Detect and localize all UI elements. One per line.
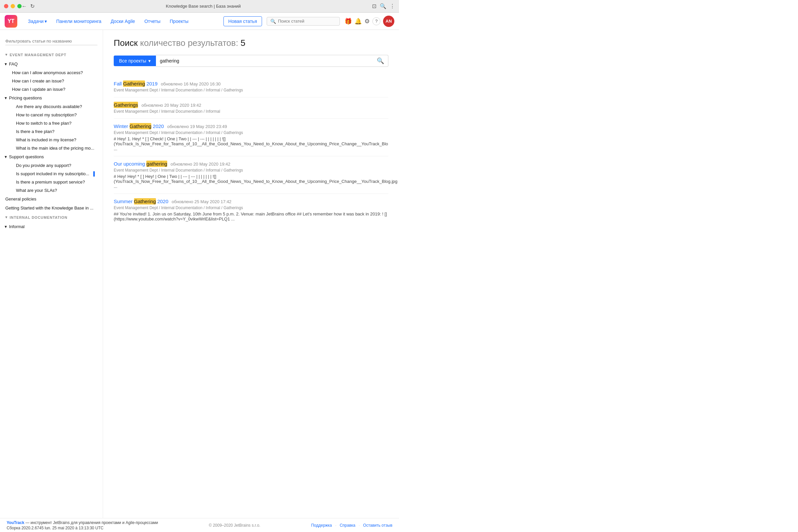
- sidebar-section-internal-docs[interactable]: ▾ Internal Documentation: [0, 212, 103, 222]
- highlight-text: gathering: [146, 160, 167, 167]
- screenshot-icon[interactable]: ⊡: [372, 3, 376, 9]
- settings-icon[interactable]: ⚙: [364, 18, 370, 25]
- result-updated-4: обновлено 25 May 2020 17:42: [172, 199, 231, 204]
- result-updated-1: обновлено 20 May 2020 19:42: [141, 103, 201, 108]
- project-filter-button[interactable]: Все проекты ▾: [114, 56, 156, 66]
- sidebar-item-free-plan[interactable]: Is there a free plan?: [0, 127, 103, 136]
- nav-dashboards[interactable]: Панели мониторинга: [52, 17, 106, 26]
- result-title-3[interactable]: Our upcoming gathering: [114, 160, 167, 167]
- result-updated-0: обновлено 16 May 2020 16:30: [161, 81, 221, 87]
- main-content: Поиск количество результатов: 5 Все прое…: [103, 30, 399, 518]
- nav-reports[interactable]: Отчеты: [140, 17, 165, 26]
- results-count: 5: [241, 38, 245, 48]
- sidebar-item-premium-support[interactable]: Is there a premium support service?: [0, 178, 103, 186]
- results-list: Fall Gathering 2019обновлено 16 May 2020…: [114, 76, 388, 226]
- footer-tagline: YouTrack — инструмент JetBrains для упра…: [7, 520, 158, 525]
- chevron-down-icon: ▾: [5, 154, 7, 159]
- nav-links: Задачи ▾ Панели мониторинга Доски Agile …: [23, 17, 224, 26]
- highlight-text: Gathering: [134, 198, 156, 205]
- search-input[interactable]: [160, 58, 377, 63]
- sidebar-item-update-issue[interactable]: How can I update an issue?: [0, 85, 103, 93]
- sidebar-item-license[interactable]: What is included in my license?: [0, 136, 103, 144]
- nav-agile[interactable]: Доски Agile: [106, 17, 140, 26]
- window-controls: [4, 4, 22, 8]
- titlebar-nav: ← ↻: [22, 3, 35, 9]
- result-updated-3: обновлено 20 May 2020 19:42: [171, 162, 230, 167]
- chevron-down-icon: ▾: [5, 215, 8, 220]
- chevron-down-icon: ▾: [44, 19, 47, 24]
- sidebar-item-general-policies[interactable]: General policies: [0, 194, 103, 204]
- result-title-0[interactable]: Fall Gathering 2019: [114, 80, 158, 87]
- topnav: YT Задачи ▾ Панели мониторинга Доски Agi…: [0, 13, 399, 30]
- chevron-down-icon: ▾: [5, 53, 8, 57]
- back-button[interactable]: ←: [22, 3, 27, 9]
- more-menu-icon[interactable]: ⋮: [390, 3, 395, 9]
- close-button[interactable]: [4, 4, 8, 8]
- titlebar-actions: ⊡ 🔍 ⋮: [372, 3, 395, 9]
- highlight-text: Gatherings: [114, 102, 138, 108]
- result-breadcrumb-3: Event Management Dept / Internal Documen…: [114, 168, 388, 173]
- sidebar-item-support[interactable]: ▾ Support questions: [0, 152, 103, 161]
- result-breadcrumb-4: Event Management Dept / Internal Documen…: [114, 206, 388, 210]
- result-title-4[interactable]: Summer Gathering 2020: [114, 198, 168, 205]
- result-title-2[interactable]: Winter Gathering 2020: [114, 123, 164, 129]
- sidebar-item-anon-access[interactable]: How can I allow anonymous access?: [0, 69, 103, 77]
- footer-links: Поддержка · Справка · Оставить отзыв: [311, 523, 392, 528]
- minimize-button[interactable]: [11, 4, 15, 8]
- result-title-1[interactable]: Gatherings: [114, 102, 138, 108]
- chevron-down-icon: ▾: [5, 95, 7, 100]
- sidebar-filter-input[interactable]: [5, 37, 97, 45]
- new-article-button[interactable]: Новая статья: [224, 16, 262, 26]
- article-search-input[interactable]: [278, 19, 336, 24]
- gift-icon[interactable]: 🎁: [344, 18, 352, 25]
- avatar[interactable]: AN: [383, 16, 394, 27]
- article-search-box: 🔍: [267, 17, 340, 25]
- footer-left: YouTrack — инструмент JetBrains для упра…: [7, 520, 158, 530]
- footer: YouTrack — инструмент JetBrains для упра…: [0, 518, 399, 532]
- notification-icon[interactable]: 🔔: [355, 18, 362, 25]
- sidebar-item-support-included[interactable]: Is support included in my subscriptio...…: [0, 170, 103, 178]
- nav-tasks[interactable]: Задачи ▾: [23, 17, 52, 26]
- footer-copyright: © 2009–2020 JetBrains s.r.o.: [209, 523, 260, 528]
- highlight-text: Gathering: [123, 80, 145, 87]
- sidebar-item-create-issue[interactable]: How can I create an issue?: [0, 77, 103, 85]
- maximize-button[interactable]: [17, 4, 22, 8]
- footer-help-link[interactable]: Справка: [340, 523, 356, 528]
- result-snippet-3: # Hey! Hey! * [ ] Hey! | One | Two | | -…: [114, 174, 388, 189]
- sidebar-item-pricing[interactable]: ▾ Pricing questions: [0, 93, 103, 102]
- sidebar-item-slas[interactable]: What are your SLAs?: [0, 186, 103, 194]
- nav-projects[interactable]: Проекты: [165, 17, 193, 26]
- sidebar-item-provide-support[interactable]: Do you provide any support?: [0, 161, 103, 170]
- footer-support-link[interactable]: Поддержка: [311, 523, 332, 528]
- sidebar-item-informal[interactable]: ▾ Informal: [0, 222, 103, 231]
- result-item-4: Summer Gathering 2020обновлено 25 May 20…: [114, 194, 388, 226]
- search-input-area: 🔍: [156, 55, 388, 67]
- logo[interactable]: YT: [5, 15, 17, 27]
- search-submit-button[interactable]: 🔍: [377, 57, 384, 64]
- sidebar-item-faq[interactable]: ▾ FAQ: [0, 59, 103, 69]
- sidebar-item-pricing-model[interactable]: What is the main idea of the pricing mo.…: [0, 144, 103, 152]
- result-breadcrumb-2: Event Management Dept / Internal Documen…: [114, 130, 388, 135]
- active-indicator: ▐: [92, 171, 95, 176]
- sidebar-item-discounts[interactable]: Are there any discounts available?: [0, 102, 103, 111]
- result-item-2: Winter Gathering 2020обновлено 19 May 20…: [114, 119, 388, 156]
- results-label: количество результатов:: [140, 38, 241, 48]
- result-item-3: Our upcoming gatheringобновлено 20 May 2…: [114, 156, 388, 194]
- reload-button[interactable]: ↻: [30, 3, 35, 9]
- highlight-text: Gathering: [130, 123, 152, 129]
- sidebar-item-free-plan-switch[interactable]: How to switch to a free plan?: [0, 119, 103, 127]
- footer-build: Сборка 2020.2.6745 lun. 25 mai 2020 à 13…: [7, 526, 158, 530]
- chevron-down-icon: ▾: [5, 61, 7, 66]
- help-icon[interactable]: ?: [373, 17, 380, 25]
- search-icon[interactable]: 🔍: [380, 3, 386, 9]
- sidebar-section-event-mgmt[interactable]: ▾ EVENT MANAGEMENT DEPT: [0, 50, 103, 59]
- sidebar-item-getting-started[interactable]: Getting Started with the Knowledge Base …: [0, 204, 103, 212]
- youtrack-link[interactable]: YouTrack: [7, 520, 24, 525]
- window-title: Knowledge Base search | База знаний: [35, 4, 372, 8]
- footer-feedback-link[interactable]: Оставить отзыв: [363, 523, 392, 528]
- result-updated-2: обновлено 19 May 2020 23:49: [167, 124, 227, 129]
- result-snippet-2: # Hey! 1. Hey! * [ ] Check! | One | Two …: [114, 136, 388, 151]
- nav-icons: 🎁 🔔 ⚙ ? AN: [344, 16, 394, 27]
- sidebar-item-cancel-sub[interactable]: How to cancel my subscription?: [0, 111, 103, 119]
- chevron-down-icon: ▾: [5, 224, 7, 229]
